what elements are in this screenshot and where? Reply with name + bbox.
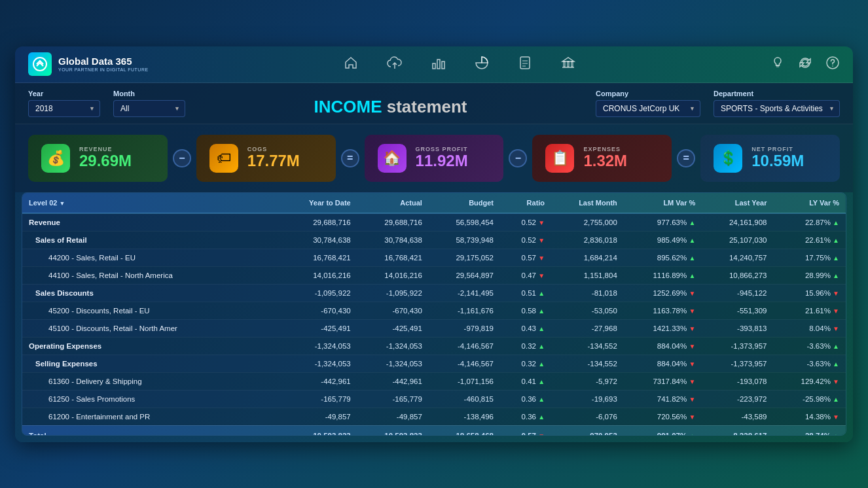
- table-row: Selling Expenses -1,324,053 -1,324,053 -…: [22, 355, 846, 372]
- cell-name: Revenue: [22, 213, 280, 232]
- cell-last-year: -393,813: [702, 319, 773, 337]
- cell-ly-var: 15.96% ▼: [773, 284, 846, 302]
- kpi-cogs: 🏷 COGS 17.77M: [196, 135, 336, 182]
- document-icon[interactable]: [514, 52, 536, 77]
- cell-lm-var: 895.62% ▲: [624, 249, 702, 266]
- cell-ytd: -165,779: [280, 390, 357, 408]
- cell-budget: -979,819: [429, 319, 500, 337]
- cell-ly-var: 129.42% ▼: [773, 372, 846, 390]
- footer-last-year: 8,228,617: [702, 425, 773, 435]
- lightbulb-icon[interactable]: [770, 56, 785, 73]
- kpi-netprofit: 💲 NET PROFIT 10.59M: [700, 135, 840, 182]
- cell-name: 61200 - Entertainment and PR: [22, 408, 280, 425]
- col-level02: Level 02 ▼: [22, 193, 280, 213]
- refresh-icon[interactable]: [798, 56, 812, 73]
- cell-last-month: 1,151,804: [551, 266, 624, 284]
- month-filter: Month All: [113, 90, 185, 117]
- cell-last-month: 1,684,214: [551, 249, 624, 266]
- kpi-gross: 🏠 GROSS PROFIT 11.92M: [365, 135, 504, 182]
- cell-last-month: -19,693: [551, 390, 624, 408]
- cell-budget: 29,175,052: [429, 249, 500, 266]
- col-last-month: Last Month: [551, 193, 624, 213]
- pie-chart-icon[interactable]: [471, 52, 493, 77]
- cell-ratio: 0.52 ▼: [500, 213, 551, 232]
- year-select[interactable]: 2018: [28, 100, 100, 117]
- bar-chart-icon[interactable]: [427, 52, 450, 77]
- gross-content: GROSS PROFIT 11.92M: [416, 146, 468, 169]
- cell-budget: -2,141,495: [429, 284, 500, 302]
- cloud-icon[interactable]: [383, 52, 407, 77]
- cell-actual: -1,095,922: [357, 284, 429, 302]
- cell-name: 44100 - Sales, Retail - North America: [22, 266, 280, 284]
- kpi-revenue: 💰 REVENUE 29.69M: [28, 135, 168, 182]
- home-icon[interactable]: [340, 52, 362, 77]
- company-filter: Company CRONUS JetCorp UK: [596, 90, 700, 117]
- help-icon[interactable]: [825, 56, 840, 73]
- income-word: INCOME: [314, 97, 382, 116]
- cell-ytd: -49,857: [280, 408, 357, 425]
- footer-last-month: 970,953: [551, 425, 624, 435]
- cogs-content: COGS 17.77M: [247, 146, 300, 169]
- netprofit-icon: 💲: [714, 144, 742, 173]
- cell-ratio: 0.47 ▼: [500, 266, 551, 284]
- month-label: Month: [113, 90, 185, 97]
- operator-minus-1: −: [173, 149, 191, 167]
- header: Global Data 365 YOUR PARTNER IN DIGITAL …: [15, 46, 853, 83]
- svg-point-0: [33, 58, 46, 71]
- cell-budget: -4,146,567: [429, 337, 500, 355]
- department-select[interactable]: SPORTS - Sports & Activities: [714, 100, 840, 117]
- cell-name: 45100 - Discounts, Retail - North Amer: [22, 319, 280, 337]
- cell-last-year: -43,589: [702, 408, 773, 425]
- netprofit-value: 10.59M: [751, 152, 804, 169]
- cell-actual: 14,016,216: [357, 266, 429, 284]
- cell-budget: -138,496: [429, 408, 500, 425]
- cell-actual: -670,430: [357, 302, 429, 319]
- cell-ratio: 0.57 ▼: [500, 249, 551, 266]
- expenses-content: EXPENSES 1.32M: [583, 146, 627, 169]
- cell-name: Selling Expenses: [22, 355, 280, 372]
- year-filter: Year 2018: [28, 90, 100, 117]
- operator-minus-2: −: [509, 149, 527, 167]
- cell-ytd: 29,688,716: [280, 213, 357, 232]
- main-container: Global Data 365 YOUR PARTNER IN DIGITAL …: [15, 46, 853, 442]
- cell-actual: -165,779: [357, 390, 429, 408]
- table-row: 45200 - Discounts, Retail - EU -670,430 …: [22, 302, 846, 319]
- cell-ly-var: 17.75% ▲: [773, 249, 846, 266]
- cell-last-month: -134,552: [551, 337, 624, 355]
- cell-budget: -1,161,676: [429, 302, 500, 319]
- cell-ratio: 0.52 ▼: [500, 231, 551, 249]
- svg-rect-2: [437, 60, 440, 69]
- cell-name: Sales Discounts: [22, 284, 280, 302]
- table-row: 61250 - Sales Promotions -165,779 -165,7…: [22, 390, 846, 408]
- cell-last-month: -53,050: [551, 302, 624, 319]
- cell-ratio: 0.36 ▲: [500, 408, 551, 425]
- cell-lm-var: 1421.33% ▼: [624, 319, 702, 337]
- company-select[interactable]: CRONUS JetCorp UK: [596, 100, 700, 117]
- cell-name: Sales of Retail: [22, 231, 280, 249]
- kpi-row: 💰 REVENUE 29.69M − 🏷 COGS 17.77M = 🏠 GRO…: [15, 124, 853, 192]
- table-row: Operating Expenses -1,324,053 -1,324,053…: [22, 337, 846, 355]
- statement-word: statement: [382, 97, 467, 116]
- bank-icon[interactable]: [557, 52, 579, 77]
- table-wrapper[interactable]: Level 02 ▼ Year to Date Actual Budget Ra…: [22, 193, 846, 435]
- footer-lm-var: 991.07% ▲: [624, 425, 702, 435]
- cell-last-month: 2,755,000: [551, 213, 624, 232]
- cell-last-year: 25,107,030: [702, 231, 773, 249]
- cell-lm-var: 884.04% ▼: [624, 337, 702, 355]
- cell-last-year: -223,972: [702, 390, 773, 408]
- footer-budget: 18,658,468: [429, 425, 500, 435]
- cell-last-year: 24,161,908: [702, 213, 773, 232]
- cell-actual: 30,784,638: [357, 231, 429, 249]
- cell-lm-var: 1116.89% ▲: [624, 266, 702, 284]
- month-select[interactable]: All: [113, 100, 185, 117]
- kpi-expenses: 📋 EXPENSES 1.32M: [532, 135, 672, 182]
- gross-icon: 🏠: [378, 144, 407, 173]
- cell-ly-var: -3.63% ▲: [773, 337, 846, 355]
- page-title-area: INCOME statement: [198, 97, 583, 117]
- cell-last-year: -945,122: [702, 284, 773, 302]
- table-header-row: Level 02 ▼ Year to Date Actual Budget Ra…: [22, 193, 846, 213]
- filters-bar: Year 2018 Month All INCOME statement Com…: [15, 83, 853, 124]
- footer-label: Total: [22, 425, 280, 435]
- cell-ratio: 0.32 ▲: [500, 337, 551, 355]
- cogs-icon: 🏷: [209, 144, 238, 173]
